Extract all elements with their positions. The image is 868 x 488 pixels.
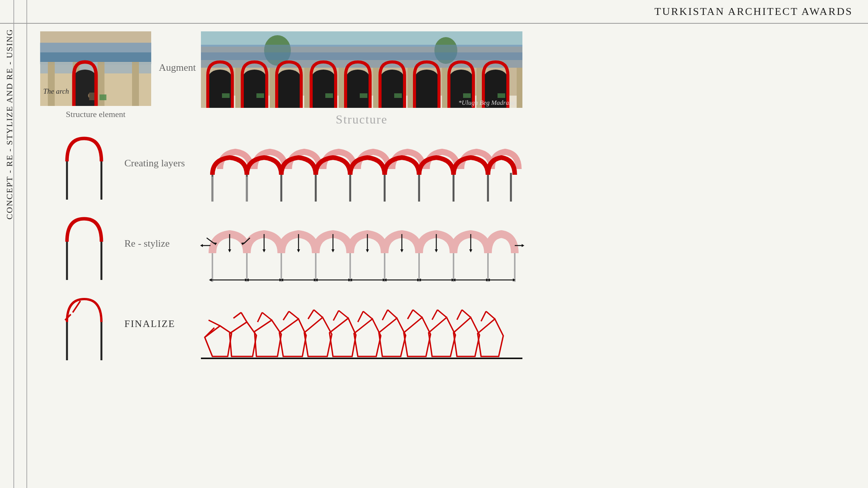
arch-diagram-restylize-svg bbox=[59, 215, 109, 280]
finalize-diagram bbox=[201, 291, 522, 375]
svg-line-195 bbox=[486, 311, 495, 319]
layers-diagram-svg bbox=[201, 131, 522, 202]
main-content: The arch Structure element Augment bbox=[36, 24, 868, 488]
row-finalize: FINALIZE bbox=[40, 291, 857, 372]
page-header: TURKISTAN ARCHITECT AWARDS bbox=[0, 0, 868, 24]
svg-line-169 bbox=[258, 312, 262, 322]
svg-rect-32 bbox=[442, 68, 448, 108]
arch-diagram-finalize bbox=[59, 295, 109, 362]
svg-rect-77 bbox=[498, 93, 505, 98]
svg-marker-138 bbox=[297, 249, 300, 252]
svg-point-42 bbox=[312, 70, 335, 85]
restylize-diagram-svg bbox=[201, 211, 522, 286]
svg-line-189 bbox=[437, 310, 447, 317]
svg-rect-25 bbox=[201, 68, 207, 108]
arch-diagram-layers bbox=[59, 135, 109, 201]
svg-line-196 bbox=[481, 311, 486, 321]
svg-line-190 bbox=[432, 310, 437, 320]
svg-marker-167 bbox=[255, 320, 281, 356]
svg-marker-142 bbox=[366, 249, 369, 252]
svg-marker-152 bbox=[522, 244, 524, 247]
svg-line-187 bbox=[408, 310, 413, 319]
arch-diagram-finalize-svg bbox=[59, 295, 109, 360]
svg-rect-10 bbox=[40, 52, 151, 62]
svg-marker-146 bbox=[435, 249, 438, 252]
structure-element-label: Structure element bbox=[40, 109, 151, 119]
restylize-diagram bbox=[201, 211, 522, 287]
svg-rect-75 bbox=[394, 93, 402, 98]
svg-line-184 bbox=[382, 310, 388, 320]
svg-marker-148 bbox=[469, 249, 472, 252]
svg-marker-144 bbox=[400, 249, 403, 252]
svg-line-163 bbox=[209, 320, 220, 326]
svg-point-8 bbox=[74, 70, 96, 85]
arch-diagram-restylize bbox=[59, 215, 109, 281]
row-restylize: Re - stylize bbox=[40, 211, 857, 288]
svg-marker-140 bbox=[331, 249, 334, 252]
svg-rect-29 bbox=[339, 68, 344, 108]
svg-line-183 bbox=[388, 310, 397, 318]
arch-caption-label: The arch bbox=[43, 87, 69, 96]
svg-line-177 bbox=[339, 311, 348, 318]
svg-marker-179 bbox=[354, 319, 381, 356]
svg-rect-6 bbox=[132, 62, 139, 106]
svg-marker-170 bbox=[279, 319, 306, 356]
svg-marker-191 bbox=[454, 317, 480, 356]
svg-rect-73 bbox=[325, 93, 333, 98]
svg-line-192 bbox=[462, 310, 471, 317]
svg-marker-176 bbox=[330, 318, 356, 356]
svg-line-178 bbox=[333, 311, 339, 320]
svg-marker-108 bbox=[209, 278, 212, 281]
svg-marker-182 bbox=[379, 318, 406, 356]
wide-photo-svg: *Ulugh Beg Madrasa bbox=[201, 31, 522, 108]
svg-point-50 bbox=[450, 70, 473, 85]
svg-rect-26 bbox=[235, 68, 241, 108]
svg-rect-19 bbox=[201, 31, 522, 47]
structure-label: Structure bbox=[201, 112, 522, 127]
svg-point-48 bbox=[415, 70, 438, 85]
svg-line-166 bbox=[233, 312, 241, 318]
svg-line-193 bbox=[457, 310, 462, 320]
award-title: TURKISTAN ARCHITECT AWARDS bbox=[654, 5, 853, 18]
svg-text:*Ulugh Beg Madrasa: *Ulugh Beg Madrasa bbox=[458, 99, 515, 106]
svg-rect-74 bbox=[360, 93, 367, 98]
svg-marker-136 bbox=[263, 249, 266, 252]
svg-marker-185 bbox=[404, 317, 431, 356]
svg-marker-134 bbox=[228, 249, 231, 252]
svg-rect-76 bbox=[463, 93, 471, 98]
svg-rect-71 bbox=[222, 93, 230, 98]
svg-marker-164 bbox=[230, 322, 256, 356]
svg-point-52 bbox=[484, 70, 507, 85]
svg-rect-72 bbox=[256, 93, 264, 98]
svg-line-172 bbox=[283, 311, 289, 320]
svg-rect-27 bbox=[270, 68, 276, 108]
wide-photo-container: *Ulugh Beg Madrasa Structure bbox=[201, 31, 522, 127]
svg-point-36 bbox=[209, 70, 232, 85]
svg-point-38 bbox=[243, 70, 266, 85]
svg-line-174 bbox=[314, 310, 323, 317]
concept-label: CONCEPT - RE - STYLIZE AND RE - USING bbox=[4, 29, 16, 220]
svg-line-168 bbox=[262, 312, 272, 320]
row-concept: The arch Structure element Augment bbox=[40, 31, 857, 119]
row-creating-layers: Creating layers bbox=[40, 131, 857, 207]
augment-label: Augment bbox=[159, 62, 196, 73]
svg-rect-3 bbox=[48, 62, 55, 106]
svg-rect-16 bbox=[100, 94, 106, 100]
svg-rect-28 bbox=[304, 68, 310, 108]
creating-layers-label: Creating layers bbox=[124, 158, 185, 169]
svg-rect-13 bbox=[89, 93, 95, 100]
svg-line-162 bbox=[205, 328, 214, 337]
svg-line-165 bbox=[241, 312, 247, 322]
svg-marker-161 bbox=[205, 326, 232, 356]
svg-marker-194 bbox=[478, 319, 503, 356]
svg-rect-31 bbox=[408, 68, 413, 108]
svg-line-180 bbox=[363, 311, 372, 319]
svg-line-186 bbox=[413, 310, 422, 317]
arch-diagram-layers-svg bbox=[59, 135, 109, 200]
layers-diagram bbox=[201, 131, 522, 203]
restylize-label: Re - stylize bbox=[124, 238, 170, 249]
svg-rect-34 bbox=[517, 68, 522, 108]
arch-photo-container: The arch Structure element bbox=[40, 31, 151, 108]
finalize-diagram-svg bbox=[201, 291, 522, 374]
svg-marker-188 bbox=[429, 317, 455, 356]
